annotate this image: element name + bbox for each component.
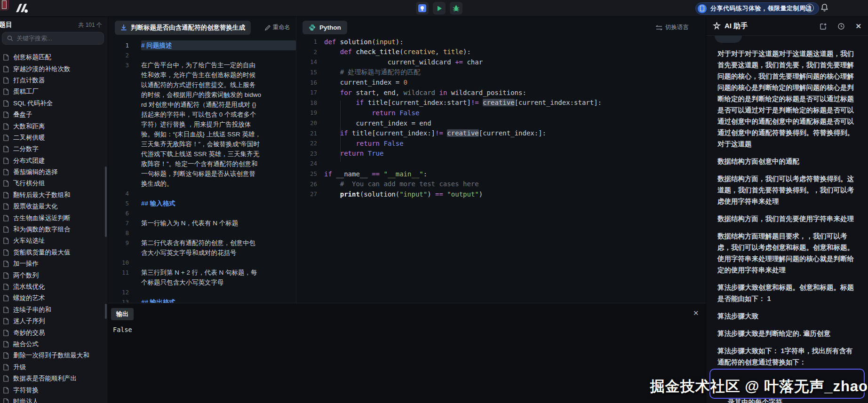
code-line[interactable]: 14 current_wildcard += char [296, 57, 706, 67]
code-line[interactable]: 18 if title[current_index:start]!= creat… [296, 98, 706, 108]
sidebar-item[interactable]: 创意标题匹配 [0, 52, 108, 63]
code-line[interactable]: 1def solution(input): [296, 37, 706, 47]
problem-line[interactable]: 10 [108, 258, 296, 268]
problem-line[interactable]: 7第一行输入为 N，代表有 N 个标题 [108, 218, 296, 228]
sidebar-item[interactable]: 叠盘子 [0, 109, 108, 120]
sidebar-item[interactable]: 古生物血缘远近判断 [0, 212, 108, 223]
problem-line[interactable]: 2 [108, 50, 296, 60]
sidebar-item[interactable]: 融合公式 [0, 339, 108, 350]
line-number: 2 [108, 50, 129, 60]
code-line[interactable]: 20 current_index = end [296, 118, 706, 128]
help-button[interactable]: ? [805, 4, 814, 12]
line-number: 2 [296, 48, 317, 55]
code-line-text: current_wildcard += char [324, 58, 483, 66]
problem-line[interactable]: 5## 输入格式 [108, 198, 296, 208]
output-close-icon[interactable]: ✕ [693, 309, 699, 317]
code-line[interactable]: 21 if title[current_index:]!= creative[c… [296, 128, 706, 138]
code-line[interactable]: 27 print(solution("input") == "output") [296, 189, 706, 199]
code-line[interactable]: 16 current_index = 0 [296, 77, 706, 87]
sidebar-item[interactable]: 时尚达人 [0, 396, 108, 403]
sidebar-item[interactable]: 奇妙的交易 [0, 327, 108, 338]
code-line[interactable]: 15 # 处理标题与通配符的匹配 [296, 67, 706, 78]
document-icon [3, 203, 9, 210]
code-line[interactable]: 23 return True [296, 149, 706, 159]
sidebar-item[interactable]: 二叉树供暖 [0, 132, 108, 143]
search-input[interactable]: 关键字搜索... [2, 32, 104, 45]
code-line[interactable]: 19 return False [296, 108, 706, 118]
sidebar-item[interactable]: 迷人子序列 [0, 316, 108, 327]
language-tab[interactable]: Python [303, 21, 347, 34]
code-line[interactable]: 22 return False [296, 138, 706, 149]
sidebar-item[interactable]: 货船载货量的最大值 [0, 247, 108, 258]
sidebar-item[interactable]: 流水线优化 [0, 281, 108, 292]
sidebar-item[interactable]: 两个数列 [0, 269, 108, 281]
sidebar-title: 题目 [0, 21, 12, 29]
code-line[interactable]: 25if __name__ == "__main__": [296, 169, 706, 179]
code-line[interactable]: 17 for start, end, wildcard in wildcard_… [296, 87, 706, 98]
problem-title-tab[interactable]: 判断标题是否由含通配符的创意替换生成 [115, 21, 251, 35]
code-line-text: def check_title(creative, title): [324, 48, 471, 55]
line-number: 11 [108, 268, 129, 287]
sidebar-item[interactable]: 删除一次得到子数组最大和 [0, 350, 108, 361]
sidebar-item[interactable]: 螺旋的艺术 [0, 292, 108, 304]
sidebar-scrollbar[interactable] [105, 166, 107, 237]
sidebar-item[interactable]: 和为偶数的数字组合 [0, 224, 108, 235]
problem-description-panel: 判断标题是否由含通配符的创意替换生成 重命名 1# 问题描述23在广告平台中，为… [108, 17, 296, 303]
sidebar-item[interactable]: 蛋糕工厂 [0, 86, 108, 97]
new-chat-button[interactable] [820, 23, 827, 30]
sidebar-item[interactable]: 翻转后最大子数组和 [0, 190, 108, 201]
sidebar-item[interactable]: 升级 [0, 362, 108, 373]
history-button[interactable] [837, 23, 845, 30]
sidebar-item[interactable]: 二分数字 [0, 143, 108, 155]
sidebar-item[interactable]: 数据表是否能顺利产出 [0, 373, 108, 384]
indent-guide [340, 101, 341, 162]
sidebar-item[interactable]: 加一操作 [0, 258, 108, 269]
sidebar-item[interactable]: 分布式团建 [0, 155, 108, 166]
debug-button[interactable] [450, 2, 462, 15]
problem-line[interactable]: 8 [108, 228, 296, 238]
sidebar-item[interactable]: 穿越沙漠的补给次数 [0, 63, 108, 74]
problem-line[interactable]: 4 [108, 189, 296, 198]
sidebar-item[interactable]: 字符替换 [0, 384, 108, 395]
document-icon [3, 100, 9, 107]
problem-line[interactable]: 13## 输出格式 [108, 297, 296, 303]
switch-language-button[interactable]: 切换语言 [656, 24, 689, 32]
submit-button[interactable] [416, 2, 429, 15]
code-line[interactable]: 24 [296, 158, 706, 169]
code-line-text: if title[current_index:]!= creative[curr… [324, 129, 546, 137]
line-number: 18 [296, 99, 317, 106]
problem-line[interactable]: 9第二行代表含有通配符的创意，创意中包含大小写英文字母和成对的花括号 [108, 238, 296, 258]
problem-line[interactable]: 1# 问题描述 [108, 40, 296, 50]
sidebar-item[interactable]: 大数和距离 [0, 120, 108, 132]
code-editor[interactable]: 1def solution(input):2 def check_title(c… [296, 37, 706, 199]
sidebar-item[interactable]: 连续子串的和 [0, 304, 108, 316]
sidebar-item-label: 删除一次得到子数组最大和 [13, 351, 89, 360]
code-line[interactable]: 26 # You can add more test cases here [296, 179, 706, 189]
problem-line[interactable]: 6 [108, 208, 296, 218]
ai-avatar-partial [715, 36, 742, 43]
sidebar-item[interactable]: 股票收益最大化 [0, 201, 108, 212]
sidebar-item[interactable]: 打点计数器 [0, 75, 108, 86]
sidebar-item[interactable]: 番茄编辑的选择 [0, 166, 108, 178]
ai-close-button[interactable]: ✕ [855, 22, 861, 31]
run-button[interactable] [433, 2, 446, 15]
problem-line[interactable]: 12 [108, 287, 296, 297]
code-line[interactable]: 2 def check_title(creative, title): [296, 47, 706, 57]
sidebar-item[interactable]: 火车站选址 [0, 235, 108, 246]
rename-button[interactable]: 重命名 [265, 24, 291, 32]
output-value: False [113, 326, 132, 333]
line-number: 15 [296, 69, 317, 76]
problem-line[interactable]: 11第三行到第 N + 2 行，代表 N 句标题，每个标题只包含大小写英文字母 [108, 268, 296, 287]
bell-icon [820, 3, 828, 12]
sidebar-scrollbar-2[interactable] [105, 304, 107, 319]
sidebar-item[interactable]: SQL 代码补全 [0, 98, 108, 109]
notifications-button[interactable] [820, 3, 828, 14]
output-tab[interactable]: 输出 [111, 308, 134, 320]
line-number: 1 [108, 40, 129, 50]
promo-badge-text: 分享代码练习体验，领限量定制周边 [710, 4, 812, 13]
code-editor-panel: Python 切换语言 1def solution(input):2 def c… [296, 17, 706, 303]
problem-markdown-editor[interactable]: 1# 问题描述23在广告平台中，为了给广告主一定的自由性和效率，允许广告主在创造… [108, 40, 296, 303]
sidebar-item[interactable]: 飞行棋分组 [0, 178, 108, 189]
problem-line[interactable]: 3在广告平台中，为了给广告主一定的自由性和效率，允许广告主在创造标题的时候以通配… [108, 60, 296, 189]
promo-badge[interactable]: 分享代码练习体验，领限量定制周边 [695, 2, 819, 15]
